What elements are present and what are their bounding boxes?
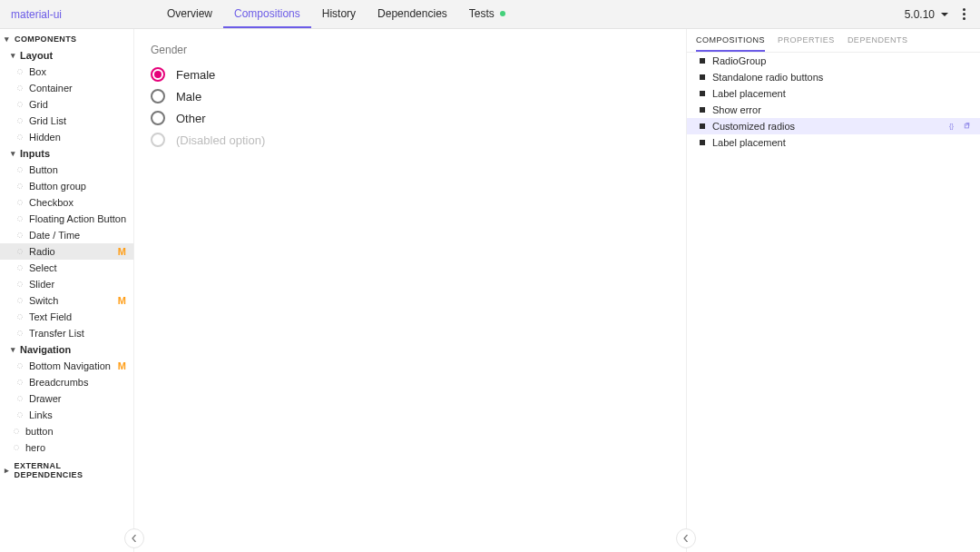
collapse-left-panel-button[interactable] [124, 528, 144, 548]
tree-item[interactable]: SwitchM [0, 292, 133, 309]
modified-badge: M [118, 360, 126, 371]
tree-item-label: Transfer List [29, 328, 84, 339]
right-panel: COMPOSITIONSPROPERTIESDEPENDENTS RadioGr… [686, 29, 980, 552]
tree-item-label: Switch [29, 295, 58, 306]
tree-item[interactable]: RadioM [0, 243, 133, 260]
tab-compositions[interactable]: Compositions [223, 0, 311, 28]
svg-point-4 [17, 134, 22, 139]
tree-item[interactable]: Drawer [0, 390, 133, 407]
tree-item[interactable]: button [0, 423, 133, 439]
composition-item-label: Customized radios [712, 121, 795, 132]
tree-item[interactable]: Grid List [0, 113, 133, 129]
component-icon [16, 133, 24, 141]
component-icon [16, 215, 24, 222]
tree-item-label: Breadcrumbs [29, 377, 88, 388]
tree-item[interactable]: Text Field [0, 309, 133, 325]
svg-point-12 [17, 281, 22, 286]
view-code-button[interactable]: {} [949, 121, 958, 132]
caret-icon: ▾ [9, 51, 16, 60]
radio-icon[interactable] [151, 111, 165, 125]
tree-section-components[interactable]: ▾COMPONENTS [0, 29, 133, 47]
right-tab-dependents[interactable]: DEPENDENTS [848, 35, 908, 52]
svg-rect-23 [965, 124, 968, 128]
right-tab-compositions[interactable]: COMPOSITIONS [696, 35, 765, 52]
component-tree: ▾COMPONENTS▾LayoutBoxContainerGridGrid L… [0, 29, 134, 552]
component-icon [16, 313, 24, 320]
right-tab-properties[interactable]: PROPERTIES [778, 35, 835, 52]
tree-item[interactable]: Breadcrumbs [0, 374, 133, 390]
version-picker[interactable]: 5.0.10 [899, 0, 955, 28]
version-label: 5.0.10 [905, 8, 935, 21]
component-icon [16, 248, 24, 255]
radio-label: (Disabled option) [176, 133, 265, 147]
component-icon [16, 101, 24, 108]
component-icon [16, 117, 24, 124]
radio-option-other[interactable]: Other [151, 107, 670, 129]
bullet-icon [700, 140, 705, 145]
open-in-new-button[interactable] [964, 121, 973, 132]
svg-point-3 [17, 118, 22, 123]
tree-item-label: Box [29, 66, 46, 77]
collapse-right-panel-button[interactable] [676, 528, 696, 548]
tree-item[interactable]: Hidden [0, 129, 133, 145]
chevron-left-icon [131, 535, 138, 542]
component-icon [16, 362, 24, 370]
radio-icon[interactable] [151, 89, 165, 104]
bullet-icon [700, 74, 705, 80]
tree-item[interactable]: Container [0, 80, 133, 96]
svg-point-1 [17, 85, 22, 90]
radio-group-label: Gender [151, 44, 670, 56]
radio-label: Male [176, 90, 201, 104]
component-icon [16, 232, 24, 239]
tree-item[interactable]: Select [0, 260, 133, 276]
tree-item[interactable]: hero [0, 439, 133, 456]
tree-item[interactable]: Links [0, 407, 133, 423]
more-menu-button[interactable] [955, 0, 973, 28]
tree-item[interactable]: Box [0, 64, 133, 80]
tree-item[interactable]: Slider [0, 276, 133, 292]
tree-item[interactable]: Button group [0, 178, 133, 194]
tab-overview[interactable]: Overview [156, 0, 223, 28]
tab-tests[interactable]: Tests [458, 0, 516, 28]
composition-item[interactable]: RadioGroup [687, 53, 980, 69]
svg-point-20 [14, 429, 18, 433]
bullet-icon [700, 123, 705, 129]
tree-item[interactable]: Grid [0, 96, 133, 113]
composition-item-label: Show error [712, 104, 761, 115]
tree-item[interactable]: Date / Time [0, 227, 133, 243]
composition-item[interactable]: Label placement [687, 85, 980, 102]
tree-item[interactable]: Bottom NavigationM [0, 358, 133, 374]
svg-point-11 [17, 265, 22, 270]
tree-item-label: Slider [29, 279, 54, 290]
composition-item[interactable]: Standalone radio buttons [687, 69, 980, 85]
tree-group-navigation[interactable]: ▾Navigation [0, 341, 133, 358]
composition-item[interactable]: Show error [687, 102, 980, 118]
tree-item[interactable]: Floating Action Button [0, 211, 133, 227]
chevron-down-icon [940, 10, 949, 19]
tree-group-inputs[interactable]: ▾Inputs [0, 145, 133, 162]
radio-label: Other [176, 112, 206, 125]
tree-group-layout[interactable]: ▾Layout [0, 47, 133, 64]
tree-item[interactable]: Transfer List [0, 325, 133, 341]
tree-item-label: Container [29, 83, 73, 94]
composition-item[interactable]: Customized radios{} [687, 118, 980, 134]
brand[interactable]: material-ui [11, 0, 83, 28]
tab-dependencies[interactable]: Dependencies [367, 0, 458, 28]
caret-icon: ▾ [9, 149, 16, 158]
status-dot-icon [500, 11, 505, 16]
tree-item[interactable]: Button [0, 162, 133, 178]
tree-item[interactable]: Checkbox [0, 194, 133, 211]
radio-option-female[interactable]: Female [151, 64, 670, 85]
tree-item-label: Radio [29, 246, 55, 257]
component-icon [16, 297, 24, 304]
caret-icon: ▾ [9, 345, 16, 354]
tree-section-external-deps[interactable]: ▸EXTERNAL DEPENDENCIES [0, 456, 133, 483]
composition-item[interactable]: Label placement [687, 134, 980, 151]
radio-icon[interactable] [151, 67, 165, 82]
top-tabs: OverviewCompositionsHistoryDependenciesT… [156, 0, 516, 28]
tab-history[interactable]: History [311, 0, 367, 28]
radio-option-male[interactable]: Male [151, 85, 670, 107]
tree-item-label: Checkbox [29, 197, 74, 208]
component-icon [16, 68, 24, 75]
component-icon [16, 199, 24, 206]
